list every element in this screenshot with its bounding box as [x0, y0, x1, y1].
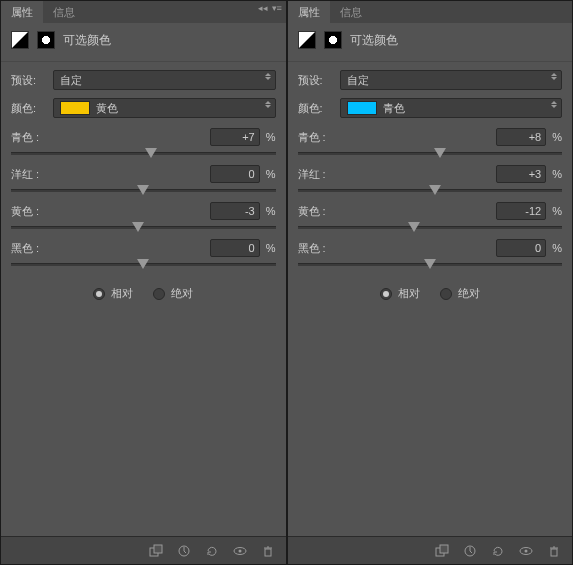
black-slider-row: 黑色 : % [288, 233, 573, 270]
clip-icon[interactable] [434, 543, 450, 559]
color-swatch [347, 101, 377, 115]
mask-icon[interactable] [37, 31, 55, 49]
panel-footer [1, 536, 286, 564]
magenta-track[interactable] [11, 189, 276, 192]
black-track[interactable] [298, 263, 563, 266]
collapse-icon[interactable]: ◂◂ [258, 3, 268, 13]
color-swatch [60, 101, 90, 115]
svg-rect-1 [154, 545, 162, 553]
svg-rect-5 [265, 549, 271, 556]
adjustment-title: 可选颜色 [350, 32, 398, 49]
tab-properties[interactable]: 属性 [1, 1, 43, 23]
clip-icon[interactable] [148, 543, 164, 559]
preset-value: 自定 [60, 73, 82, 88]
trash-icon[interactable] [260, 543, 276, 559]
reset-icon[interactable] [490, 543, 506, 559]
magenta-thumb[interactable] [137, 185, 149, 195]
cyan-thumb[interactable] [434, 148, 446, 158]
selective-color-panel-left: 属性 信息 ◂◂ ▾≡ 可选颜色 预设: 自定 颜色: 黄色 青色 : [1, 1, 286, 564]
yellow-input[interactable] [496, 202, 546, 220]
previous-state-icon[interactable] [462, 543, 478, 559]
radio-icon [153, 288, 165, 300]
adjustment-title: 可选颜色 [63, 32, 111, 49]
yellow-thumb[interactable] [408, 222, 420, 232]
tab-info[interactable]: 信息 [330, 1, 372, 23]
magenta-label: 洋红 : [11, 167, 39, 182]
cyan-thumb[interactable] [145, 148, 157, 158]
menu-icon[interactable]: ▾≡ [272, 3, 282, 13]
adjustment-header: 可选颜色 [1, 23, 286, 57]
percent-label: % [266, 131, 276, 143]
color-name: 黄色 [96, 101, 118, 116]
color-dropdown[interactable]: 青色 [340, 98, 563, 118]
absolute-radio[interactable]: 绝对 [440, 286, 480, 301]
reset-icon[interactable] [204, 543, 220, 559]
yellow-input[interactable] [210, 202, 260, 220]
previous-state-icon[interactable] [176, 543, 192, 559]
visibility-icon[interactable] [518, 543, 534, 559]
color-row: 颜色: 青色 [288, 94, 573, 122]
preset-dropdown[interactable]: 自定 [53, 70, 276, 90]
yellow-track[interactable] [298, 226, 563, 229]
cyan-slider-row: 青色 : % [1, 122, 286, 159]
yellow-slider-row: 黄色 : % [288, 196, 573, 233]
svg-rect-11 [551, 549, 557, 556]
yellow-slider-row: 黄色 : % [1, 196, 286, 233]
yellow-thumb[interactable] [132, 222, 144, 232]
magenta-track[interactable] [298, 189, 563, 192]
tab-info[interactable]: 信息 [43, 1, 85, 23]
adjustment-header: 可选颜色 [288, 23, 573, 57]
cyan-input[interactable] [496, 128, 546, 146]
magenta-slider-row: 洋红 : % [1, 159, 286, 196]
svg-point-4 [238, 549, 241, 552]
magenta-slider-row: 洋红 : % [288, 159, 573, 196]
tab-properties[interactable]: 属性 [288, 1, 330, 23]
preset-dropdown[interactable]: 自定 [340, 70, 563, 90]
trash-icon[interactable] [546, 543, 562, 559]
black-slider-row: 黑色 : % [1, 233, 286, 270]
svg-rect-7 [440, 545, 448, 553]
black-thumb[interactable] [137, 259, 149, 269]
color-label: 颜色: [298, 101, 334, 116]
black-track[interactable] [11, 263, 276, 266]
preset-row: 预设: 自定 [1, 66, 286, 94]
cyan-slider-row: 青色 : % [288, 122, 573, 159]
panel-footer [288, 536, 573, 564]
mask-icon[interactable] [324, 31, 342, 49]
black-input[interactable] [496, 239, 546, 257]
yellow-track[interactable] [11, 226, 276, 229]
panel-header: 属性 信息 ◂◂ ▾≡ [1, 1, 286, 23]
svg-point-10 [525, 549, 528, 552]
visibility-icon[interactable] [232, 543, 248, 559]
panel-header: 属性 信息 [288, 1, 573, 23]
relative-radio[interactable]: 相对 [93, 286, 133, 301]
absolute-label: 绝对 [171, 286, 193, 301]
preset-row: 预设: 自定 [288, 66, 573, 94]
preset-value: 自定 [347, 73, 369, 88]
color-name: 青色 [383, 101, 405, 116]
cyan-track[interactable] [11, 152, 276, 155]
color-dropdown[interactable]: 黄色 [53, 98, 276, 118]
radio-icon [93, 288, 105, 300]
magenta-input[interactable] [496, 165, 546, 183]
relative-label: 相对 [111, 286, 133, 301]
cyan-label: 青色 : [11, 130, 39, 145]
magenta-input[interactable] [210, 165, 260, 183]
color-row: 颜色: 黄色 [1, 94, 286, 122]
preset-label: 预设: [11, 73, 47, 88]
cyan-input[interactable] [210, 128, 260, 146]
cyan-track[interactable] [298, 152, 563, 155]
black-thumb[interactable] [424, 259, 436, 269]
mode-row: 相对 绝对 [288, 270, 573, 317]
relative-radio[interactable]: 相对 [380, 286, 420, 301]
mode-row: 相对 绝对 [1, 270, 286, 317]
selective-color-panel-right: 思缘设计论坛 WWW.MISSYUAN.COM 属性 信息 可选颜色 预设: 自… [288, 1, 573, 564]
magenta-thumb[interactable] [429, 185, 441, 195]
black-input[interactable] [210, 239, 260, 257]
black-label: 黑色 : [11, 241, 39, 256]
panel-controls: ◂◂ ▾≡ [258, 3, 282, 13]
adjustment-icon [298, 31, 316, 49]
absolute-radio[interactable]: 绝对 [153, 286, 193, 301]
adjustment-icon [11, 31, 29, 49]
radio-icon [380, 288, 392, 300]
